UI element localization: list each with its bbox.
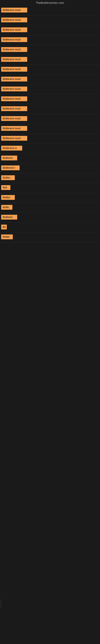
bottleneck-bar[interactable]: Bottler xyxy=(1,234,13,239)
list-item[interactable]: Bottleneck result xyxy=(0,114,100,124)
list-item[interactable]: Bottler xyxy=(0,232,100,242)
bottleneck-bar[interactable]: Bottleneck result xyxy=(1,67,27,72)
bottleneck-bar[interactable]: Bo xyxy=(1,224,7,230)
site-title: TheBottlenecker.com xyxy=(0,0,100,6)
bottleneck-bar[interactable]: Bottleneck result xyxy=(1,37,27,42)
list-item[interactable]: Bottleneck r xyxy=(0,164,100,173)
list-item[interactable]: Bottlenec xyxy=(0,213,100,222)
list-item[interactable]: Bottleneck result xyxy=(0,84,100,94)
list-item[interactable]: Bottle xyxy=(0,203,100,213)
bottleneck-bar[interactable]: Bottlenec xyxy=(1,215,17,220)
list-item[interactable]: Bo xyxy=(0,222,100,232)
bottleneck-bar[interactable]: Bottleneck re xyxy=(1,146,22,150)
list-item[interactable]: Bott xyxy=(0,183,100,193)
site-title-bar: TheBottlenecker.com xyxy=(0,0,100,6)
list-item[interactable]: Bottleneck result xyxy=(0,94,100,104)
bottleneck-bar[interactable]: Bottleneck result xyxy=(1,8,27,12)
bottleneck-bar[interactable]: Bottlen xyxy=(1,175,15,180)
list-item[interactable]: Bottleneck result xyxy=(0,6,100,16)
bottleneck-bar[interactable]: Bottleneck result xyxy=(1,136,27,141)
bottleneck-bar[interactable]: Bott xyxy=(1,185,10,190)
bottleneck-bar[interactable]: Bottleneck result xyxy=(1,57,27,62)
list-item[interactable]: Bottlenec xyxy=(0,154,100,164)
bottleneck-bar[interactable]: Bottleneck result xyxy=(1,86,27,91)
bottleneck-bar[interactable]: Bottleneck result xyxy=(1,106,27,111)
bottleneck-bar[interactable]: Bottleneck result xyxy=(1,27,27,32)
bottleneck-bar[interactable]: Bottleneck r xyxy=(1,166,20,170)
cursor-indicator xyxy=(1,600,1,608)
rows-container: Bottleneck resultBottleneck resultBottle… xyxy=(0,6,100,242)
bottleneck-bar[interactable]: Bottlen xyxy=(1,195,15,200)
bottleneck-bar[interactable]: Bottle xyxy=(1,205,12,210)
list-item[interactable]: Bottleneck result xyxy=(0,104,100,114)
list-item[interactable]: Bottleneck result xyxy=(0,55,100,65)
list-item[interactable]: Bottleneck result xyxy=(0,16,100,25)
list-item[interactable]: Bottleneck re xyxy=(0,144,100,154)
bottleneck-bar[interactable]: Bottleneck result xyxy=(1,18,27,22)
list-item[interactable]: Bottlen xyxy=(0,173,100,183)
list-item[interactable]: Bottleneck result xyxy=(0,65,100,75)
bottleneck-bar[interactable]: Bottlenec xyxy=(1,156,17,160)
list-item[interactable]: Bottleneck result xyxy=(0,134,100,144)
list-item[interactable]: Bottleneck result xyxy=(0,75,100,84)
list-item[interactable]: Bottleneck result xyxy=(0,35,100,45)
bottleneck-bar[interactable]: Bottleneck result xyxy=(1,77,27,82)
bottleneck-bar[interactable]: Bottleneck result xyxy=(1,116,27,121)
list-item[interactable]: Bottleneck result xyxy=(0,124,100,134)
list-item[interactable]: Bottleneck result xyxy=(0,45,100,55)
list-item[interactable]: Bottleneck result xyxy=(0,25,100,35)
bottleneck-bar[interactable]: Bottleneck result xyxy=(1,47,27,52)
bottleneck-bar[interactable]: Bottleneck result xyxy=(1,126,27,131)
list-item[interactable]: Bottlen xyxy=(0,193,100,203)
bottleneck-bar[interactable]: Bottleneck result xyxy=(1,96,27,101)
